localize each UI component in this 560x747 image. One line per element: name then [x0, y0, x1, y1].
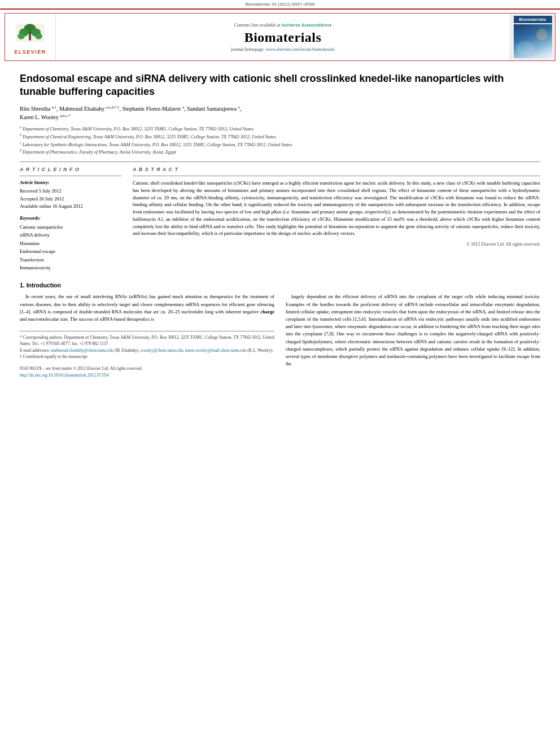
elsevier-wordmark: ELSEVIER [14, 49, 46, 55]
keyword-5: Transfection [20, 256, 121, 264]
abstract-divider [133, 176, 540, 176]
svg-point-6 [35, 33, 42, 39]
introduction-section: 1. Introduction In recent years, the use… [20, 282, 540, 379]
bottom-bar: 0142-9612/$ – see front matter © 2012 El… [20, 365, 274, 379]
authors-line: Ritu Shrestha a,1, Mahmoud Elsabahy a,c,… [20, 104, 540, 122]
journal-cover-area: Biomaterials [510, 14, 555, 60]
abstract-header: A B S T R A C T [133, 167, 540, 172]
journal-name-large: Biomaterials [244, 30, 322, 45]
intro-right-para: largely dependent on the efficient deliv… [286, 293, 540, 368]
sciverse-link[interactable]: SciVerse ScienceDirect [282, 23, 332, 28]
elsevier-tree-icon [12, 20, 49, 48]
history-label: Article history: [20, 180, 121, 185]
keyword-6: Immunotoxicity [20, 264, 121, 272]
copyright-line: © 2012 Elsevier Ltd. All rights reserved… [133, 242, 540, 247]
article-title: Endosomal escape and siRNA delivery with… [20, 72, 540, 99]
elsevier-logo-area: ELSEVIER [5, 14, 56, 60]
svg-rect-4 [29, 33, 31, 40]
keyword-1: Cationic nanoparticles [20, 223, 121, 231]
intro-right-col: largely dependent on the efficient deliv… [286, 293, 540, 379]
intro-left-col: In recent years, the use of small interf… [20, 293, 274, 379]
accepted-date: Accepted 26 July 2012 [20, 195, 121, 203]
page-container: Biomaterials 33 (2012) 8557–8568 ELSEVIE… [0, 0, 560, 747]
received-date: Received 5 July 2012 [20, 187, 121, 195]
journal-url[interactable]: www.elsevier.com/locate/biomaterials [266, 47, 335, 52]
contents-list-line: Contents lists available at SciVerse Sci… [234, 23, 332, 28]
footnote-corresponding: * Corresponding authors. Department of C… [20, 334, 274, 347]
affiliations: a Department of Chemistry, Texas A&M Uni… [20, 125, 540, 156]
svg-point-5 [18, 33, 25, 39]
journal-homepage: journal homepage: www.elsevier.com/locat… [231, 47, 335, 52]
footnote-contributed: 1 Contributed equally to the manuscript. [20, 353, 274, 360]
email-wooley2[interactable]: karen.wooley@mail.chem.tamu.edu [185, 348, 247, 353]
intro-left-para: In recent years, the use of small interf… [20, 293, 274, 323]
footnote-emails: E-mail addresses: mahmoud.elsabahy@chem.… [20, 347, 274, 353]
introduction-body: In recent years, the use of small interf… [20, 293, 540, 379]
article-info-header: A R T I C L E I N F O [20, 167, 121, 172]
keywords-label: Keywords: [20, 215, 121, 221]
article-info-divider [20, 176, 121, 176]
journal-header-box: ELSEVIER Contents lists available at Sci… [5, 13, 555, 61]
email-wooley1[interactable]: wooley@chem.tamu.edu [141, 348, 183, 353]
doi-link[interactable]: http://dx.doi.org/10.1016/j.biomaterials… [20, 373, 109, 378]
journal-cover-image [514, 24, 552, 58]
article-info-abstract-section: A R T I C L E I N F O Article history: R… [20, 161, 540, 272]
journal-center-header: Contents lists available at SciVerse Sci… [56, 14, 510, 60]
keyword-2: siRNA delivery [20, 231, 121, 239]
abstract-text: Cationic shell crosslinked knedel-like n… [133, 180, 540, 237]
doi-line: http://dx.doi.org/10.1016/j.biomaterials… [20, 372, 274, 379]
issn-line: 0142-9612/$ – see front matter © 2012 El… [20, 365, 274, 372]
email-elsabahy[interactable]: mahmoud.elsabahy@chem.tamu.edu [51, 348, 113, 353]
section-title: 1. Introduction [20, 282, 540, 289]
abstract-column: A B S T R A C T Cationic shell crosslink… [133, 167, 540, 272]
biomaterials-label: Biomaterials [514, 16, 552, 23]
main-content: Endosomal escape and siRNA delivery with… [0, 72, 560, 379]
keyword-3: Histamine [20, 239, 121, 247]
keyword-4: Endosomal escape [20, 247, 121, 255]
issue-info: Biomaterials 33 (2012) 8557–8568 [246, 2, 315, 7]
top-strip: Biomaterials 33 (2012) 8557–8568 [0, 0, 560, 10]
article-info-column: A R T I C L E I N F O Article history: R… [20, 167, 121, 272]
available-online-date: Available online 16 August 2012 [20, 203, 121, 211]
footnote-area: * Corresponding authors. Department of C… [20, 331, 274, 360]
